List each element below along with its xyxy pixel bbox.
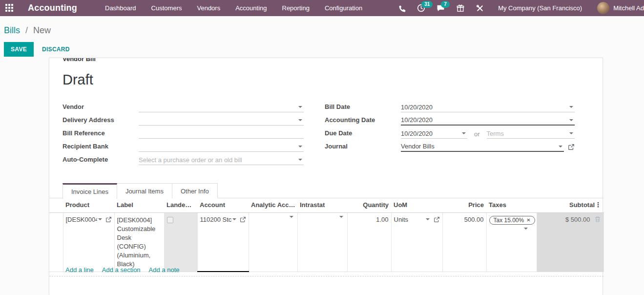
label-value: [DESK0004] Customizable Desk (CONFIG) (A… bbox=[117, 216, 162, 269]
col-product[interactable]: Product bbox=[63, 198, 114, 212]
col-label[interactable]: Label bbox=[114, 198, 164, 212]
delete-line-icon[interactable] bbox=[594, 216, 601, 223]
col-price[interactable]: Price bbox=[442, 198, 486, 212]
col-account[interactable]: Account bbox=[197, 198, 249, 212]
due-date-input[interactable]: 10/20/2020 bbox=[401, 128, 467, 139]
external-link-icon[interactable] bbox=[434, 216, 440, 223]
external-link-icon[interactable] bbox=[240, 216, 246, 223]
add-note-link[interactable]: Add a note bbox=[149, 266, 180, 274]
phone-icon[interactable] bbox=[397, 4, 406, 12]
menu-customers[interactable]: Customers bbox=[151, 4, 182, 12]
row-handle-cell[interactable] bbox=[49, 212, 63, 272]
activities-clock-icon[interactable]: 31 bbox=[417, 4, 425, 12]
account-cell[interactable]: 110200 Stc bbox=[197, 212, 249, 272]
recipient-bank-input[interactable] bbox=[139, 142, 304, 152]
journal-value: Vendor Bills bbox=[401, 143, 556, 150]
landed-costs-cell bbox=[164, 212, 197, 272]
breadcrumb-separator: / bbox=[25, 25, 28, 35]
chevron-down-icon[interactable] bbox=[524, 228, 528, 230]
col-taxes[interactable]: Taxes bbox=[486, 198, 537, 212]
chevron-down-icon[interactable] bbox=[569, 119, 573, 121]
tax-tag[interactable]: Tax 15.00% bbox=[489, 216, 535, 225]
tools-icon[interactable] bbox=[476, 4, 484, 12]
chevron-down-icon[interactable] bbox=[232, 218, 236, 220]
analytic-account-cell[interactable] bbox=[249, 212, 297, 272]
message-count-badge: 7 bbox=[441, 1, 450, 8]
drag-handle-column bbox=[49, 198, 63, 212]
chevron-down-icon[interactable] bbox=[298, 106, 302, 108]
gift-icon[interactable] bbox=[456, 4, 464, 12]
bill-reference-input[interactable] bbox=[139, 128, 304, 139]
tab-invoice-lines[interactable]: Invoice Lines bbox=[62, 183, 117, 199]
chevron-down-icon[interactable] bbox=[298, 119, 302, 121]
main-menu: Dashboard Customers Vendors Accounting R… bbox=[105, 4, 362, 12]
apps-menu-icon[interactable] bbox=[5, 4, 14, 13]
payment-terms-input[interactable]: Terms bbox=[487, 128, 575, 139]
col-landed-costs[interactable]: Lande… bbox=[164, 198, 197, 212]
menu-reporting[interactable]: Reporting bbox=[282, 4, 310, 12]
col-quantity[interactable]: Quantity bbox=[347, 198, 391, 212]
or-label: or bbox=[474, 129, 480, 138]
landed-costs-checkbox[interactable] bbox=[167, 217, 173, 223]
messages-icon[interactable]: 7 bbox=[436, 4, 445, 12]
notebook-tabs: Invoice Lines Journal Items Other Info bbox=[49, 183, 603, 198]
chevron-down-icon[interactable] bbox=[298, 146, 302, 148]
external-link-icon[interactable] bbox=[105, 216, 112, 223]
chevron-down-icon[interactable] bbox=[339, 216, 343, 218]
field-recipient-bank: Recipient Bank bbox=[62, 142, 304, 152]
page-title-status: Draft bbox=[62, 72, 602, 88]
accounting-date-label: Accounting Date bbox=[325, 115, 401, 124]
bill-date-input[interactable]: 10/20/2020 bbox=[401, 102, 575, 112]
col-uom[interactable]: UoM bbox=[391, 198, 442, 212]
breadcrumb-bills-link[interactable]: Bills bbox=[4, 25, 20, 35]
tab-other-info[interactable]: Other Info bbox=[172, 183, 218, 198]
discard-button[interactable]: DISCARD bbox=[39, 42, 73, 57]
company-switcher[interactable]: My Company (San Francisco) bbox=[498, 4, 582, 12]
price-cell[interactable]: 500.00 bbox=[442, 212, 486, 272]
col-analytic-account[interactable]: Analytic Acc… bbox=[249, 198, 297, 212]
field-bill-reference: Bill Reference bbox=[62, 128, 304, 139]
menu-vendors[interactable]: Vendors bbox=[197, 4, 220, 12]
col-intrastat[interactable]: Intrastat bbox=[297, 198, 347, 212]
vendor-input[interactable] bbox=[139, 102, 304, 112]
uom-cell[interactable]: Units bbox=[391, 212, 442, 272]
col-subtotal[interactable]: Subtotal bbox=[537, 198, 603, 212]
menu-accounting[interactable]: Accounting bbox=[235, 4, 267, 12]
accounting-date-input[interactable]: 10/20/2020 bbox=[401, 115, 575, 126]
menu-configuration[interactable]: Configuration bbox=[325, 4, 362, 12]
journal-input[interactable]: Vendor Bills bbox=[401, 142, 564, 152]
chevron-down-icon[interactable] bbox=[569, 106, 573, 108]
intrastat-cell[interactable] bbox=[297, 212, 347, 272]
recipient-bank-label: Recipient Bank bbox=[62, 142, 139, 150]
user-avatar bbox=[597, 2, 609, 14]
chevron-down-icon[interactable] bbox=[98, 218, 102, 220]
label-cell[interactable]: [DESK0004] Customizable Desk (CONFIG) (A… bbox=[114, 212, 164, 272]
chevron-down-icon[interactable] bbox=[298, 159, 302, 161]
breadcrumb-current: New bbox=[33, 25, 51, 35]
user-menu[interactable]: Mitchell Ad bbox=[597, 2, 644, 14]
tab-journal-items[interactable]: Journal Items bbox=[117, 183, 172, 198]
chevron-down-icon[interactable] bbox=[462, 132, 466, 134]
auto-complete-input[interactable]: Select a purchase order or an old bill bbox=[139, 155, 304, 165]
invoice-line-row[interactable]: [DESK0004 [DESK0004] Customizable Desk (… bbox=[49, 212, 603, 272]
due-date-label: Due Date bbox=[325, 128, 401, 137]
chevron-down-icon[interactable] bbox=[290, 216, 293, 218]
field-delivery-address: Delivery Address bbox=[62, 115, 304, 126]
taxes-cell[interactable]: Tax 15.00% bbox=[486, 212, 537, 272]
chevron-down-icon[interactable] bbox=[569, 132, 573, 134]
breadcrumb: Bills / New bbox=[4, 25, 51, 36]
add-line-link[interactable]: Add a line bbox=[65, 266, 94, 274]
delivery-address-input[interactable] bbox=[139, 115, 304, 126]
auto-complete-label: Auto-Complete bbox=[62, 155, 139, 163]
remove-tax-icon[interactable] bbox=[526, 217, 530, 223]
menu-dashboard[interactable]: Dashboard bbox=[105, 4, 136, 12]
optional-columns-icon[interactable] bbox=[595, 201, 602, 209]
external-link-icon[interactable] bbox=[568, 144, 575, 150]
field-due-date: Due Date 10/20/2020 or Terms bbox=[325, 128, 575, 139]
save-button[interactable]: SAVE bbox=[4, 42, 34, 57]
add-section-link[interactable]: Add a section bbox=[102, 266, 141, 274]
product-cell[interactable]: [DESK0004 bbox=[63, 212, 114, 272]
chevron-down-icon[interactable] bbox=[559, 146, 562, 148]
chevron-down-icon[interactable] bbox=[426, 218, 430, 220]
quantity-cell[interactable]: 1.00 bbox=[347, 212, 391, 272]
